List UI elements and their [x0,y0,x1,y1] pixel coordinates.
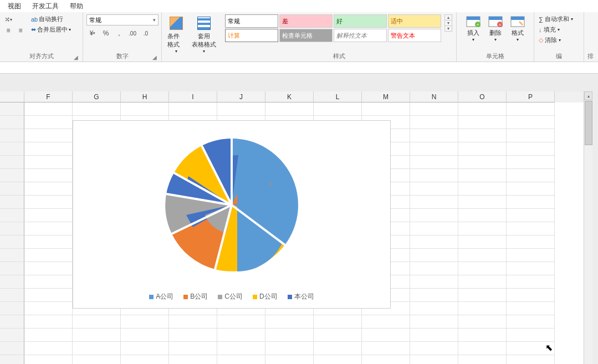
grid-cell[interactable] [217,329,265,342]
grid-cell[interactable] [410,355,458,364]
grid-cell[interactable] [121,102,169,116]
menu-view[interactable]: 视图 [2,2,27,11]
grid-cell[interactable] [410,262,458,275]
percent-icon[interactable]: % [100,28,112,39]
grid-cell[interactable] [458,315,507,329]
grid-cell[interactable] [458,289,507,302]
grid-cell[interactable] [24,275,73,289]
grid-cell[interactable] [410,315,458,329]
grid-cell[interactable] [507,129,555,142]
grid-cell[interactable] [410,209,458,222]
grid-cell[interactable] [362,102,410,116]
row-header-corner[interactable] [0,91,24,102]
grid-cell[interactable] [314,355,362,364]
grid-cell[interactable] [458,116,507,129]
grid-cell[interactable] [410,142,458,156]
fill-button[interactable]: ↓ 填充 ▾ [538,25,574,34]
grid-cell[interactable] [458,342,507,355]
grid-cell[interactable] [314,342,362,355]
scroll-up-icon[interactable]: ▴ [445,15,452,20]
grid-cell[interactable] [24,102,73,116]
grid-cell[interactable] [507,142,555,156]
grid-cell[interactable] [169,102,217,116]
grid-cell[interactable] [458,182,507,196]
grid-cell[interactable] [24,262,73,275]
grid-cell[interactable] [507,196,555,209]
grid-cell[interactable] [458,222,507,235]
style-normal[interactable]: 常规 [225,14,278,28]
col-header[interactable]: K [265,91,314,102]
grid-cell[interactable] [362,329,410,342]
increase-decimal-icon[interactable]: .00 [126,28,139,39]
grid-cell[interactable] [458,262,507,275]
autosum-button[interactable]: ∑ 自动求和 ▾ [538,14,574,24]
grid-cell[interactable] [121,355,169,364]
grid-cell[interactable] [217,102,265,116]
grid-cell[interactable] [362,315,410,329]
col-header[interactable]: G [73,91,121,102]
merge-center-button[interactable]: ⬌ 合并后居中 ▾ [30,25,72,34]
grid-cell[interactable] [507,156,555,169]
col-header[interactable]: F [24,91,73,102]
style-check[interactable]: 检查单元格 [279,29,333,42]
legend-item[interactable]: C公司 [218,292,243,301]
style-calc[interactable]: 计算 [225,29,278,42]
grid-cell[interactable] [458,235,507,249]
grid-cell[interactable] [410,196,458,209]
grid-cell[interactable] [265,329,314,342]
orientation-icon[interactable]: ⤭▾ [3,14,13,24]
col-header[interactable]: I [169,91,217,102]
style-warn[interactable]: 警告文本 [388,29,441,42]
grid-cell[interactable] [73,102,121,116]
grid-cell[interactable] [217,342,265,355]
grid-cell[interactable] [24,235,73,249]
grid-cell[interactable] [507,302,555,315]
style-expl[interactable]: 解释性文本 [334,29,387,42]
grid-cell[interactable] [410,249,458,262]
comma-icon[interactable]: , [113,28,125,39]
grid-cell[interactable] [507,289,555,302]
col-header[interactable]: M [362,91,410,102]
format-button[interactable]: 格式▾ [508,14,528,43]
conditional-format-button[interactable]: 条件格式 ▾ [165,14,187,55]
grid-cell[interactable] [458,156,507,169]
dialog-launcher-icon[interactable]: ◢ [152,54,157,60]
grid-cell[interactable] [314,329,362,342]
style-bad[interactable]: 差 [279,14,333,28]
grid-cell[interactable] [362,342,410,355]
vertical-scrollbar[interactable]: ▴ [584,91,592,364]
grid-cell[interactable] [73,329,121,342]
grid-cell[interactable] [121,315,169,329]
grid-cell[interactable] [24,342,73,355]
grid-cell[interactable] [24,249,73,262]
grid-cell[interactable] [507,209,555,222]
grid-cell[interactable] [507,116,555,129]
grid-cell[interactable] [24,289,73,302]
grid-cell[interactable] [410,289,458,302]
menu-dev[interactable]: 开发工具 [27,2,64,11]
grid-cell[interactable] [24,169,73,182]
indent-increase-icon[interactable]: ≡ [16,25,25,35]
grid-cell[interactable] [410,129,458,142]
gallery-expand-icon[interactable]: ▾ [445,26,452,31]
grid-cell[interactable] [507,329,555,342]
grid-cell[interactable] [169,315,217,329]
grid-cell[interactable] [24,355,73,364]
grid-cell[interactable] [217,355,265,364]
chart-object[interactable]: A公司 B公司 C公司 D公司 本公司 [73,120,391,309]
decrease-decimal-icon[interactable]: .0 [140,28,152,39]
delete-button[interactable]: × 删除▾ [485,14,505,43]
number-format-combo[interactable]: 常规 ▾ [86,14,159,25]
grid-cell[interactable] [410,275,458,289]
grid-cell[interactable] [265,315,314,329]
grid-cell[interactable] [507,342,555,355]
grid-cell[interactable] [507,249,555,262]
grid-cell[interactable] [265,342,314,355]
grid-cell[interactable] [410,222,458,235]
grid-cell[interactable] [24,196,73,209]
grid-cell[interactable] [73,355,121,364]
grid-cell[interactable] [217,315,265,329]
grid-cell[interactable] [410,182,458,196]
grid-cell[interactable] [458,102,507,116]
grid-cell[interactable] [265,102,314,116]
